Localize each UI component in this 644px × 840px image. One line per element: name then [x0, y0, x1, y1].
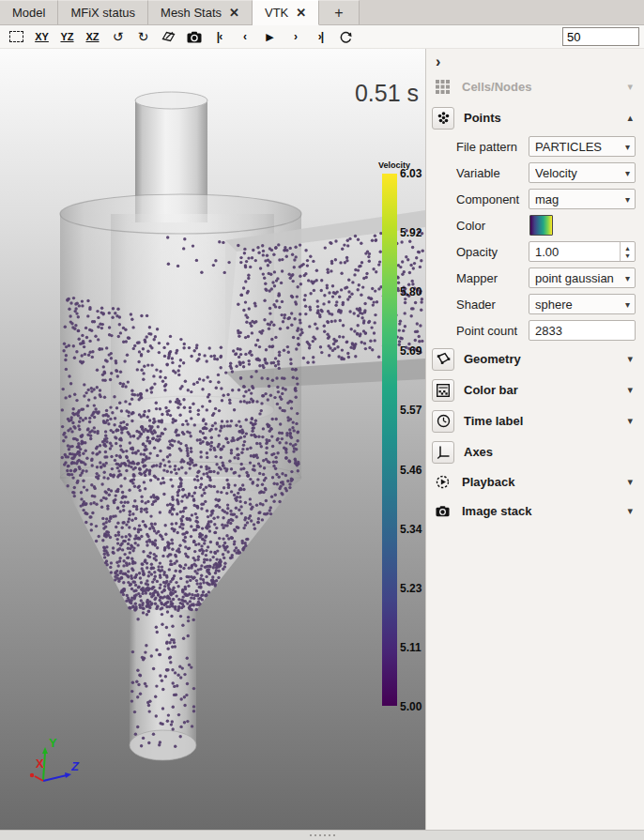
- point-count-field[interactable]: 2833: [529, 320, 636, 341]
- colorbar-visibility-button[interactable]: [432, 379, 454, 402]
- repeat-button[interactable]: [334, 27, 358, 47]
- colorbar-tick: 5.23: [400, 582, 422, 595]
- colorbar-tick: 5.57: [400, 404, 422, 417]
- spinbox-arrows[interactable]: ▲▼: [620, 242, 635, 261]
- chevron-down-icon[interactable]: ▾: [627, 505, 633, 517]
- opacity-spinbox[interactable]: 1.00 ▲▼: [529, 241, 636, 262]
- field-point-count: Point count 2833: [426, 317, 644, 344]
- tab-mesh-stats[interactable]: Mesh Stats ✕: [148, 0, 253, 24]
- tab-label: Mesh Stats: [161, 6, 222, 20]
- spin-down-icon: ▼: [624, 252, 631, 259]
- time-label-visibility-button[interactable]: [432, 410, 454, 433]
- section-points[interactable]: Points ▴: [426, 102, 644, 133]
- tab-vtk[interactable]: VTK ✕: [253, 0, 319, 25]
- repeat-icon: [339, 30, 353, 44]
- section-image-stack[interactable]: Image stack ▾: [426, 496, 644, 526]
- colorbar-tick: 5.69: [400, 344, 422, 358]
- file-pattern-select[interactable]: PARTICLES ▾: [529, 136, 636, 157]
- tab-model[interactable]: Model: [0, 0, 58, 24]
- collapse-panel-button[interactable]: ›: [436, 54, 440, 69]
- last-frame-button[interactable]: ›|: [309, 27, 332, 47]
- geometry-visibility-button[interactable]: [432, 348, 454, 371]
- chevron-down-icon[interactable]: ▾: [627, 415, 633, 427]
- mfix-window: Model MFiX status Mesh Stats ✕ VTK ✕ + X…: [0, 0, 644, 840]
- component-select[interactable]: mag ▾: [529, 189, 636, 209]
- section-playback[interactable]: Playback ▾: [426, 467, 644, 496]
- reset-view-button[interactable]: [5, 27, 28, 47]
- section-cells-nodes[interactable]: Cells/Nodes ▾: [426, 71, 644, 102]
- field-variable: Variable Velocity ▾: [426, 160, 644, 186]
- variable-select[interactable]: Velocity ▾: [529, 162, 636, 183]
- splitter-grip-icon: [324, 834, 326, 836]
- reset-view-icon: [9, 31, 23, 42]
- geometry-icon: [437, 352, 451, 366]
- axis-x-label: X: [36, 756, 44, 771]
- colorbar-icon: [437, 384, 450, 397]
- close-icon[interactable]: ✕: [229, 7, 239, 19]
- section-label: Time label: [464, 414, 523, 428]
- chevron-down-icon: ▾: [625, 299, 630, 310]
- points-visibility-button[interactable]: [432, 107, 454, 130]
- section-label: Image stack: [462, 504, 531, 518]
- previous-frame-button[interactable]: ‹: [233, 27, 256, 47]
- chevron-down-icon[interactable]: ▾: [627, 384, 633, 396]
- tab-label: Model: [12, 6, 45, 20]
- tab-mfix-status[interactable]: MFiX status: [58, 0, 148, 24]
- rotate-left-button[interactable]: ↺: [106, 27, 130, 47]
- bottom-splitter[interactable]: [0, 830, 644, 840]
- sidebar-collapse-row: ›: [426, 52, 644, 71]
- new-tab-button[interactable]: +: [319, 0, 359, 24]
- colormap-button[interactable]: [529, 215, 553, 236]
- frame-number-input[interactable]: [562, 27, 639, 46]
- chevron-up-icon[interactable]: ▴: [627, 112, 633, 124]
- vtk-scene: [0, 49, 425, 830]
- shader-select[interactable]: sphere ▾: [529, 294, 636, 314]
- points-fields: File pattern PARTICLES ▾ Variable Veloci…: [426, 133, 644, 344]
- colorbar-tick: 5.11: [400, 641, 422, 654]
- next-frame-button[interactable]: ›: [284, 27, 307, 47]
- rotate-right-button[interactable]: ↻: [131, 27, 155, 47]
- screenshot-button[interactable]: [182, 27, 206, 47]
- tab-label: VTK: [265, 6, 288, 20]
- splitter-grip-icon: [329, 834, 330, 836]
- chevron-down-icon: ▾: [625, 194, 630, 205]
- section-label: Points: [464, 111, 501, 125]
- section-label: Color bar: [464, 383, 518, 397]
- axes-visibility-button[interactable]: [432, 441, 454, 464]
- view-yz-button[interactable]: YZ: [55, 27, 79, 47]
- view-xz-button[interactable]: XZ: [81, 27, 104, 47]
- vtk-sidebar: › Cells/Nodes ▾: [425, 49, 644, 830]
- perspective-icon: [161, 30, 176, 43]
- chevron-down-icon: ▾: [625, 142, 630, 152]
- chevron-down-icon[interactable]: ▾: [627, 476, 633, 488]
- splitter-grip-icon: [333, 834, 335, 836]
- colorbar-tick: 6.03: [400, 167, 422, 180]
- tab-label: MFiX status: [70, 6, 135, 20]
- colorbar-tick: 5.92: [400, 226, 422, 239]
- field-component: Component mag ▾: [426, 186, 644, 212]
- close-icon[interactable]: ✕: [296, 7, 306, 19]
- vtk-viewport[interactable]: 0.51 s Velocity 6.03 5.92 5.80 5.69 5.57…: [0, 49, 425, 830]
- colorbar-ticks: 6.03 5.92 5.80 5.69 5.57 5.46 5.34 5.23 …: [400, 167, 422, 713]
- section-axes[interactable]: Axes: [426, 436, 644, 467]
- clock-icon: [437, 414, 451, 428]
- camera-icon: [432, 501, 452, 522]
- colorbar: [382, 174, 397, 706]
- time-label: 0.51 s: [355, 80, 419, 107]
- chevron-down-icon: ▾: [625, 273, 630, 283]
- orientation-axes-widget: Y Z X: [8, 723, 83, 798]
- chevron-down-icon[interactable]: ▾: [627, 353, 633, 365]
- section-time-label[interactable]: Time label ▾: [426, 405, 644, 436]
- section-geometry[interactable]: Geometry ▾: [426, 344, 644, 374]
- points-icon: [437, 111, 451, 125]
- section-color-bar[interactable]: Color bar ▾: [426, 374, 644, 405]
- playback-icon: [432, 472, 452, 493]
- view-xy-button[interactable]: XY: [30, 27, 54, 47]
- first-frame-button[interactable]: |‹: [207, 27, 231, 47]
- mapper-select[interactable]: point gaussian ▾: [529, 267, 636, 288]
- perspective-button[interactable]: [157, 27, 180, 47]
- chevron-down-icon[interactable]: ▾: [627, 81, 633, 93]
- colorbar-tick: 5.00: [400, 700, 422, 713]
- axis-z-label: Z: [70, 759, 80, 773]
- play-button[interactable]: ▶: [258, 27, 282, 47]
